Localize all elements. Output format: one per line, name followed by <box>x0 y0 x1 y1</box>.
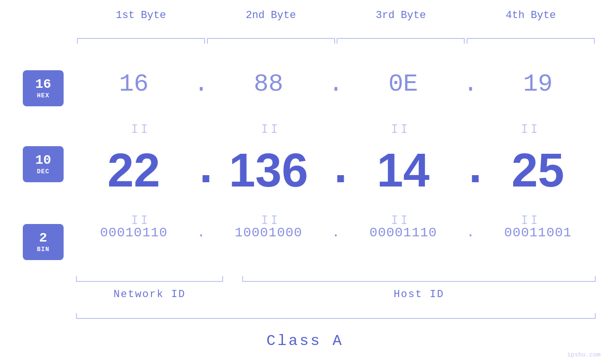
bin-byte3: 00001110 <box>346 225 461 240</box>
dec-byte2-value: 136 <box>229 143 308 196</box>
col3-header: 3rd Byte <box>337 9 465 21</box>
network-id-label: Network ID <box>76 289 223 300</box>
host-id-bracket <box>242 276 596 282</box>
hex-byte1: 16 <box>76 70 192 98</box>
eq2-b1: II <box>77 214 205 227</box>
dec-byte2: 136 <box>211 146 327 194</box>
dec-byte1-value: 22 <box>107 143 160 196</box>
dec-dot1: . <box>192 146 211 194</box>
bin-byte4: 00011001 <box>480 225 596 240</box>
dec-badge: 10 DEC <box>23 146 64 182</box>
hex-byte4: 19 <box>480 70 596 98</box>
equals-row-1: II II II II <box>76 122 596 136</box>
watermark: ipshu.com <box>567 351 601 358</box>
bin-byte4-value: 00011001 <box>504 225 572 240</box>
dec-row: 22 . 136 . 14 . 25 <box>76 146 596 194</box>
bracket-4 <box>467 38 595 44</box>
hex-byte4-value: 19 <box>523 70 553 98</box>
col1-header: 1st Byte <box>77 9 205 21</box>
equals-row-2: II II II II <box>76 214 596 227</box>
column-headers: 1st Byte 2nd Byte 3rd Byte 4th Byte <box>76 9 596 21</box>
eq1-b3: II <box>337 122 465 136</box>
bin-row: 00010110 . 10001000 . 00001110 . 0001100… <box>76 225 596 240</box>
bin-byte1-value: 00010110 <box>100 225 168 240</box>
hex-row: 16 . 88 . 0E . 19 <box>76 70 596 98</box>
hex-badge-num: 16 <box>35 77 51 92</box>
dec-dot2: . <box>327 146 346 194</box>
id-labels: Network ID Host ID <box>76 289 596 300</box>
hex-dot3: . <box>461 70 480 98</box>
bracket-1 <box>77 38 205 44</box>
hex-byte1-value: 16 <box>119 70 149 98</box>
bin-badge: 2 BIN <box>23 224 64 260</box>
bin-badge-num: 2 <box>39 231 47 246</box>
dec-dot3: . <box>461 146 480 194</box>
hex-byte2: 88 <box>211 70 327 98</box>
col4-header: 4th Byte <box>467 9 595 21</box>
dec-byte3: 14 <box>346 146 461 194</box>
dec-byte4-value: 25 <box>512 143 564 196</box>
dec-byte3-value: 14 <box>377 143 430 196</box>
bin-byte1: 00010110 <box>76 225 192 240</box>
bin-byte2-value: 10001000 <box>235 225 302 240</box>
bin-badge-label: BIN <box>37 246 49 253</box>
bin-byte2: 10001000 <box>211 225 327 240</box>
eq1-b4: II <box>467 122 595 136</box>
col2-header: 2nd Byte <box>207 9 335 21</box>
hex-dot2: . <box>327 70 346 98</box>
hex-byte2-value: 88 <box>253 70 283 98</box>
hex-badge: 16 HEX <box>23 70 64 106</box>
class-label: Class A <box>0 332 610 350</box>
eq1-b1: II <box>77 122 205 136</box>
dec-byte1: 22 <box>76 146 192 194</box>
dec-badge-num: 10 <box>35 153 51 168</box>
hex-byte3: 0E <box>346 70 461 98</box>
hex-byte3-value: 0E <box>388 70 418 98</box>
bottom-brackets <box>76 276 596 282</box>
hex-dot1: . <box>192 70 211 98</box>
eq2-b3: II <box>337 214 465 227</box>
bin-dot3: . <box>461 225 480 240</box>
class-bracket <box>76 313 596 319</box>
dec-badge-label: DEC <box>37 168 49 175</box>
hex-badge-label: HEX <box>37 92 49 99</box>
bin-dot1: . <box>192 225 211 240</box>
host-id-label: Host ID <box>242 289 596 300</box>
top-brackets <box>76 38 596 44</box>
eq2-b2: II <box>207 214 335 227</box>
network-id-bracket <box>76 276 223 282</box>
bin-byte3-value: 00001110 <box>369 225 437 240</box>
eq2-b4: II <box>467 214 595 227</box>
bracket-2 <box>207 38 335 44</box>
dec-byte4: 25 <box>480 146 596 194</box>
eq1-b2: II <box>207 122 335 136</box>
bin-dot2: . <box>327 225 346 240</box>
bracket-3 <box>337 38 465 44</box>
